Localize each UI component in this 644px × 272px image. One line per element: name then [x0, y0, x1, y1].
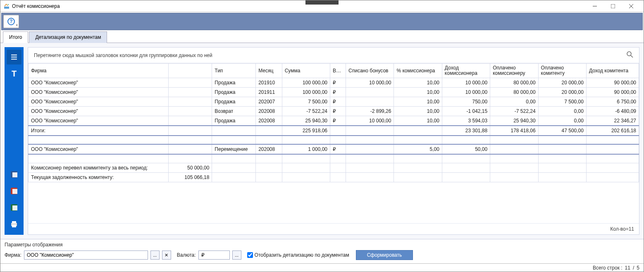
cell[interactable]: [586, 136, 639, 144]
cell[interactable]: 0,00: [538, 107, 586, 116]
cell[interactable]: [490, 172, 538, 182]
cell[interactable]: [282, 172, 330, 182]
cell[interactable]: 10,00: [394, 107, 442, 116]
cell[interactable]: 23 301,88: [442, 126, 490, 136]
cell[interactable]: [330, 163, 346, 172]
cell[interactable]: [490, 163, 538, 172]
tab-detail[interactable]: Детализация по документам: [29, 31, 107, 43]
cell[interactable]: -7 522,24: [490, 107, 538, 116]
cell[interactable]: 3 594,03: [442, 116, 490, 126]
cell[interactable]: -2 899,26: [346, 107, 394, 116]
col-sum[interactable]: Сумма: [282, 64, 330, 78]
cell[interactable]: 7 500,00: [282, 97, 330, 107]
cell[interactable]: [346, 144, 394, 154]
maximize-button[interactable]: [604, 1, 622, 12]
cell[interactable]: [282, 136, 330, 144]
cell[interactable]: [330, 172, 346, 182]
cell[interactable]: [168, 107, 212, 116]
cell[interactable]: ₽: [330, 107, 346, 116]
cell[interactable]: [212, 163, 256, 172]
col-firm[interactable]: Фирма: [29, 64, 169, 78]
cell[interactable]: 100 000,00: [282, 88, 330, 97]
cell[interactable]: [538, 154, 586, 163]
cell[interactable]: 202 616,18: [586, 126, 639, 136]
col-blank[interactable]: [168, 64, 212, 78]
cell[interactable]: [538, 163, 586, 172]
cell[interactable]: 7 500,00: [538, 97, 586, 107]
help-button[interactable]: ? ▾: [3, 15, 19, 28]
cell[interactable]: -1 042,15: [442, 107, 490, 116]
cell[interactable]: 20 000,00: [538, 78, 586, 88]
cell[interactable]: 750,00: [442, 97, 490, 107]
cell[interactable]: 47 500,00: [538, 126, 586, 136]
cell[interactable]: 10,00: [394, 88, 442, 97]
cell[interactable]: 80 000,00: [490, 78, 538, 88]
cell[interactable]: [490, 154, 538, 163]
cell[interactable]: [168, 97, 212, 107]
cell[interactable]: [586, 172, 639, 182]
cell[interactable]: ООО "Комиссионер": [29, 78, 169, 88]
cell[interactable]: 6 750,00: [586, 97, 639, 107]
cell[interactable]: 201910: [256, 78, 282, 88]
cell[interactable]: 50 000,00: [168, 163, 212, 172]
firm-clear-button[interactable]: ✕: [162, 251, 171, 260]
cell[interactable]: [394, 126, 442, 136]
currency-input[interactable]: [198, 251, 230, 260]
cell[interactable]: [394, 172, 442, 182]
cell[interactable]: [168, 116, 212, 126]
cell[interactable]: ООО "Комиссионер": [29, 88, 169, 97]
cell[interactable]: [168, 126, 212, 136]
cell[interactable]: 10,00: [394, 78, 442, 88]
firm-browse-button[interactable]: ...: [150, 251, 160, 260]
table-row[interactable]: ООО "Комиссионер"Продажа2020077 500,00₽1…: [29, 97, 639, 107]
col-currency[interactable]: Валюта: [330, 64, 346, 78]
cell[interactable]: [168, 78, 212, 88]
print-icon[interactable]: [7, 217, 21, 231]
cell[interactable]: [538, 136, 586, 144]
cell[interactable]: [442, 172, 490, 182]
cell[interactable]: 10 000,00: [346, 116, 394, 126]
col-bonus[interactable]: Списано бонусов: [346, 64, 394, 78]
cell[interactable]: 225 918,06: [282, 126, 330, 136]
cell[interactable]: [168, 88, 212, 97]
cell[interactable]: [346, 163, 394, 172]
cell[interactable]: [490, 136, 538, 144]
cell[interactable]: ₽: [330, 97, 346, 107]
search-icon[interactable]: [627, 51, 633, 59]
cell[interactable]: 10,00: [394, 97, 442, 107]
cell[interactable]: [586, 163, 639, 172]
cell[interactable]: -7 522,24: [282, 107, 330, 116]
cell[interactable]: [538, 172, 586, 182]
cell[interactable]: Перемещение: [212, 144, 256, 154]
cell[interactable]: [29, 154, 169, 163]
cell[interactable]: [442, 154, 490, 163]
cell[interactable]: [256, 126, 282, 136]
cell[interactable]: [586, 144, 639, 154]
table-row[interactable]: ООО "Комиссионер"Возврат202008-7 522,24₽…: [29, 107, 639, 116]
cell[interactable]: [442, 163, 490, 172]
table-row[interactable]: ООО "Комиссионер"Продажа201910100 000,00…: [29, 78, 639, 88]
table-row[interactable]: ООО "Комиссионер"Продажа201911100 000,00…: [29, 88, 639, 97]
cell[interactable]: 201911: [256, 88, 282, 97]
cell[interactable]: [346, 88, 394, 97]
export-excel-icon[interactable]: [7, 200, 21, 215]
submit-button[interactable]: Сформировать: [356, 250, 413, 260]
cell[interactable]: [538, 144, 586, 154]
cell[interactable]: 202008: [256, 144, 282, 154]
cell[interactable]: 25 940,30: [490, 116, 538, 126]
export-word-icon[interactable]: [7, 167, 21, 182]
minimize-button[interactable]: [586, 1, 604, 12]
cell[interactable]: 80 000,00: [490, 88, 538, 97]
cell[interactable]: [346, 97, 394, 107]
cell[interactable]: [282, 154, 330, 163]
cell[interactable]: ₽: [330, 88, 346, 97]
cell[interactable]: 100 000,00: [282, 78, 330, 88]
cell[interactable]: [346, 136, 394, 144]
cell[interactable]: ₽: [330, 116, 346, 126]
cell[interactable]: ООО "Комиссионер": [29, 116, 169, 126]
cell[interactable]: [442, 136, 490, 144]
col-income-k[interactable]: Доход комиссионера: [442, 64, 490, 78]
col-type[interactable]: Тип: [212, 64, 256, 78]
cell[interactable]: 1 000,00: [282, 144, 330, 154]
col-paid-k[interactable]: Оплачено комиссионеру: [490, 64, 538, 78]
